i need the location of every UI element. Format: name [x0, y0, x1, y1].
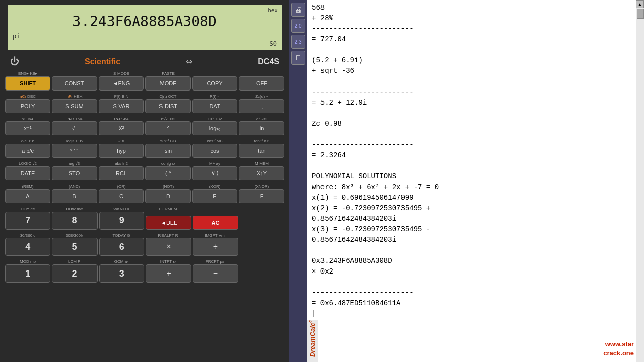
five-button[interactable]: 5	[52, 238, 97, 256]
nine-button[interactable]: 9	[99, 212, 144, 230]
calculator: hex 3.243F6A8885A308D pi S0 ⏻ Scientific…	[0, 0, 289, 362]
output-divider-3: ------------------------	[312, 140, 628, 150]
dms-button[interactable]: ° ′ ″	[52, 144, 97, 158]
four-button[interactable]: 4	[5, 238, 50, 256]
output-line-12: x(2) = -0.7230972530735495 +	[312, 203, 628, 214]
strip-icon-3[interactable]: 2.3	[291, 35, 305, 49]
shift-button[interactable]: SHIFT	[5, 76, 50, 90]
lbl-gcm: GCM a₀	[99, 260, 144, 264]
e-button[interactable]: E	[192, 189, 237, 203]
eng-button[interactable]: ◄ENG	[99, 76, 144, 90]
seven-button[interactable]: 7	[5, 212, 50, 230]
lbl-realpt: REALPT R	[145, 234, 191, 238]
c-button[interactable]: C	[99, 189, 144, 203]
output-blank-7	[312, 277, 628, 288]
lbl-ncr: nCr DEC	[5, 95, 50, 99]
a-button[interactable]: A	[5, 189, 50, 203]
rparen-button[interactable]: ∨ )	[192, 166, 237, 180]
ln-button[interactable]: ln	[239, 121, 284, 135]
strip-icon-1[interactable]: 🖨	[291, 3, 305, 17]
output-blank-2	[312, 76, 628, 87]
output-line-3: = 727.04	[312, 34, 628, 45]
scrollbar-track	[636, 8, 644, 362]
dat-button[interactable]: DAT	[192, 99, 237, 113]
ac-button[interactable]: AC	[193, 216, 238, 230]
lbl-30e360: 30E/360k	[52, 234, 97, 238]
lbl-or: (OR)	[99, 185, 144, 189]
log10-button[interactable]: log₁₀	[192, 121, 237, 135]
dreamcalc-strip: DreamCalc4	[307, 320, 318, 362]
strip-icon-4[interactable]: 🗒	[291, 51, 305, 65]
del-button[interactable]: ◄DEL	[146, 216, 191, 230]
lbl-xor: (XOR)	[192, 185, 237, 189]
button-row-2: POLY S-SUM S-VAR S-DIST DAT ÷̣	[5, 99, 284, 113]
svar-button[interactable]: S-VAR	[99, 99, 144, 113]
lbl-30360: 30/360 c	[5, 234, 50, 238]
mode-button[interactable]: MODE	[145, 76, 191, 90]
output-line-6: = 5.2 + 12.9i	[312, 98, 628, 108]
lbl-empty9	[239, 260, 284, 264]
output-blank-3	[312, 108, 628, 119]
label-row-9: MOD mp LCM F GCM a₀ INTPT ε₀ FRCPT μ₀	[5, 260, 284, 264]
xinv-button[interactable]: x⁻¹	[5, 121, 50, 135]
watermark: www.star crack.one	[603, 340, 634, 358]
lbl-qt: Q(t) OCT	[145, 95, 191, 99]
divide-button[interactable]: ÷	[193, 238, 238, 256]
poly-button[interactable]: POLY	[5, 99, 50, 113]
eight-button[interactable]: 8	[52, 212, 97, 230]
rcl-button[interactable]: RCL	[99, 166, 144, 180]
sin-button[interactable]: sin	[145, 144, 191, 158]
lparen-button[interactable]: ( ^	[145, 166, 191, 180]
cos-button[interactable]: cos	[192, 144, 237, 158]
xupdowny-button[interactable]: X↑Y	[239, 166, 284, 180]
scrollbar-up-button[interactable]: ▲	[636, 0, 644, 8]
d-button[interactable]: D	[145, 189, 191, 203]
sto-button[interactable]: STO	[52, 166, 97, 180]
off-button[interactable]: OFF	[239, 76, 284, 90]
label-row-7: DOY ec DOW me WKNO u CLRMEM	[5, 207, 284, 212]
lbl-empty2	[192, 72, 237, 76]
button-row-4: a b/c ° ′ ″ hyp sin cos tan	[5, 144, 284, 158]
label-row-3: x! u64 P▸R +64 R▸P -64 n√x u32 10ˣ +32 e…	[5, 117, 284, 122]
tan-button[interactable]: tan	[239, 144, 284, 158]
plus-button[interactable]: +	[146, 264, 191, 283]
display-mode: hex	[268, 7, 278, 14]
three-button[interactable]: 3	[99, 264, 144, 283]
six-button[interactable]: 6	[99, 238, 144, 256]
button-section-5: LOGIC √2 arg √3 abs ln2 conjg rx M+ ay M…	[0, 161, 289, 183]
semicolon-button[interactable]: ÷̣	[239, 99, 284, 113]
pow-button[interactable]: ^	[145, 121, 191, 135]
output-line-4: (5.2 + 6.9i)	[312, 55, 628, 66]
strip-icon-2[interactable]: 2.0	[291, 19, 305, 33]
two-button[interactable]: 2	[52, 264, 97, 283]
lbl-dow: DOW me	[52, 207, 97, 212]
sdist-button[interactable]: S-DIST	[145, 99, 191, 113]
watermark-line2: crack.one	[603, 349, 634, 357]
abc-button[interactable]: a b/c	[5, 144, 50, 158]
scrollbar-thumb[interactable]	[637, 9, 644, 19]
multiply-button[interactable]: ×	[146, 238, 191, 256]
lbl-imgpt: IMGPT Vm	[192, 234, 237, 238]
button-section-3: x! u64 P▸R +64 R▸P -64 n√x u32 10ˣ +32 e…	[0, 116, 289, 138]
lbl-p2r: P▸R +64	[52, 117, 97, 122]
copy-button[interactable]: COPY	[192, 76, 237, 90]
output-blank-6	[312, 245, 628, 256]
f-button[interactable]: F	[239, 189, 284, 203]
b-button[interactable]: B	[52, 189, 97, 203]
output-blank-5	[312, 161, 628, 171]
empty-8f	[240, 242, 284, 256]
minus-button[interactable]: −	[193, 264, 238, 283]
ssum-button[interactable]: S-SUM	[52, 99, 97, 113]
sqrt-button[interactable]: √‾	[52, 121, 97, 135]
output-line-17: × 0x2	[312, 266, 628, 277]
one-button[interactable]: 1	[5, 264, 50, 283]
hyp-button[interactable]: hyp	[99, 144, 144, 158]
const-button[interactable]: CONST	[52, 76, 97, 90]
date-button[interactable]: DATE	[5, 166, 50, 180]
button-section-2: nCr DEC nPr HEX P(t) BIN Q(t) OCT R(t) «…	[0, 94, 289, 115]
xsq-button[interactable]: X²	[99, 121, 144, 135]
lbl-minus16: -16	[99, 139, 144, 144]
lbl-empty1	[52, 72, 97, 76]
lbl-empty3	[239, 72, 284, 76]
button-row-8: 4 5 6 × ÷	[5, 238, 284, 256]
